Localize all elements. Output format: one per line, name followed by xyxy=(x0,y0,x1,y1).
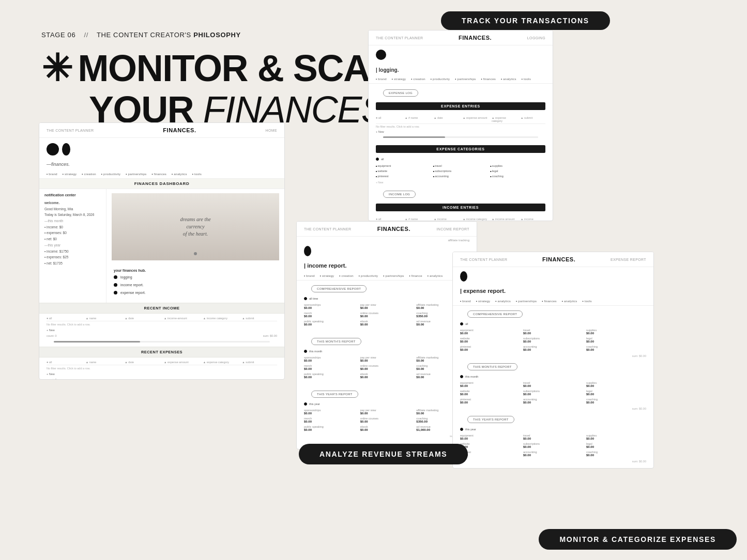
comprehensive-report-btn[interactable]: COMPREHENSIVE REPORT xyxy=(311,285,367,292)
inc-total-row: sum: $350.00 xyxy=(297,328,477,333)
exp-new[interactable]: + New xyxy=(376,129,545,134)
main-dashboard-card: THE CONTENT PLANNER FINANCES. HOME —fina… xyxy=(39,122,285,380)
main-card-logo xyxy=(47,143,277,155)
expense-new-link[interactable]: + New xyxy=(47,371,277,377)
exp-supplies: supplies $0.00 xyxy=(586,329,646,335)
income-logo xyxy=(304,246,311,256)
income-scroll xyxy=(54,341,270,343)
monthly-ebook: ebook $0.00 xyxy=(360,372,414,379)
ie-col-category: ▲ income category xyxy=(463,217,487,221)
inc-entries-header: ● all ▲ # name ▲ income ▲ income categor… xyxy=(376,216,545,221)
expense-footer: count: 0 xyxy=(47,377,277,380)
main-left-panel: notification center welcome. Good Mornin… xyxy=(39,189,106,303)
income-report-title: income report. xyxy=(297,260,477,272)
hub-title: your finances hub. xyxy=(114,269,277,272)
expense-report-title: expense report. xyxy=(453,286,653,297)
income-log-section: INCOME LOG xyxy=(369,185,553,200)
monthly-courses: online courses $0.00 xyxy=(360,364,414,370)
inc-nav-analytics: analytics xyxy=(428,274,443,277)
ie-col-all: ● all xyxy=(376,217,401,221)
cat-legal: legal xyxy=(490,169,545,173)
nav-tools: tools xyxy=(192,173,202,176)
exp-yearly-label: this year xyxy=(465,428,476,431)
exp-nav-brand: brand xyxy=(460,300,471,303)
yearly-ppv: pay per view $0.00 xyxy=(360,409,414,415)
col-submit: ▲ submit xyxy=(242,317,277,320)
nav-productivity: productivity xyxy=(101,173,120,176)
exp-yearly-filter: this year xyxy=(453,427,653,432)
exp-yearly-radio xyxy=(460,428,463,431)
exp-legal: legal $0.00 xyxy=(586,337,646,343)
welcome-text: welcome. Good Morning, Mia Today is Satu… xyxy=(44,200,101,267)
monthly-sponsorships: sponsorships $0.00 xyxy=(304,356,357,362)
monthly-speaking: public speaking $0.00 xyxy=(304,372,357,379)
expense-categories-grid: equipment travel supplies website subscr… xyxy=(369,162,553,180)
this-months-btn[interactable]: THIS MONTH'S REPORT xyxy=(311,338,361,345)
stage-number: STAGE 06 xyxy=(41,31,75,39)
logging-card: THE CONTENT PLANNER FINANCES. LOGGING lo… xyxy=(368,30,553,221)
exp-nav-analytics: analytics xyxy=(495,300,511,303)
exp-col-name: ▲ name xyxy=(86,361,121,364)
logging-title: FINANCES. xyxy=(459,35,492,41)
expense-entries-bar: EXPENSE ENTRIES xyxy=(376,102,545,110)
nav-analytics: analytics xyxy=(172,173,187,176)
inc-nav-creation: creation xyxy=(339,274,354,277)
yearly-ebook: ebook $0.00 xyxy=(360,425,414,431)
exp-col-date: ▲ date xyxy=(125,361,160,364)
ee-col-date: ▲ date xyxy=(434,116,459,122)
exp-coaching: coaching $0.00 xyxy=(586,345,646,351)
track-transactions-pill: TRACK YOUR TRANSACTIONS xyxy=(441,11,610,30)
expense-log-btn[interactable]: EXPENSE LOG xyxy=(383,89,418,97)
exp-entries-header: ● all ▲ # name ▲ date ▲ expense amount ▲… xyxy=(376,115,545,124)
ie-col-income: ▲ income xyxy=(434,217,459,221)
this-years-btn[interactable]: THIS YEAR'S REPORT xyxy=(311,391,358,398)
expense-report-card: THE CONTENT PLANNER FINANCES. EXPENSE RE… xyxy=(452,252,654,469)
income-total: sum: $0.00 xyxy=(263,334,277,337)
log-nav-tools: tools xyxy=(522,77,531,81)
exp-nav-strategy: strategy xyxy=(476,300,491,303)
image-quote: dreams are thecurrencyof the heart. xyxy=(175,211,216,243)
expense-entries-table: ● all ▲ # name ▲ date ▲ expense amount ▲… xyxy=(369,113,553,142)
this-year-filter: this year xyxy=(297,401,477,407)
ee-col-submit: ▲ submit xyxy=(521,116,545,122)
expense-table-header: ● all ▲ name ▲ date ▲ expense amount ▲ e… xyxy=(47,360,277,365)
col-category: ▲ income category xyxy=(203,317,238,320)
exp-col-submit: ▲ submit xyxy=(242,361,277,364)
hub-logging-label: logging xyxy=(120,275,132,279)
income-merch: merch $0.00 xyxy=(304,312,357,318)
income-count: count: 0 xyxy=(47,334,57,337)
hub-logging: logging xyxy=(114,275,277,279)
expense-brand: THE CONTENT PLANNER xyxy=(460,258,507,261)
exp-yearly-btn[interactable]: THIS YEAR'S REPORT xyxy=(467,416,514,423)
nav-creation: creation xyxy=(82,173,96,176)
expense-count: count: 0 xyxy=(47,378,57,380)
notification-center-label: notification center xyxy=(44,193,101,197)
cat-accounting: accounting xyxy=(433,175,489,178)
ie-col-amount: ▲ income amount xyxy=(492,217,516,221)
all-time-label: all time xyxy=(309,297,318,300)
exp-all-filter: all xyxy=(453,321,653,326)
main-card-brand: THE CONTENT PLANNER xyxy=(47,129,94,132)
logging-logo xyxy=(376,50,386,60)
exp-m-website: website $0.00 xyxy=(460,390,520,396)
exp-y-coaching: coaching $0.00 xyxy=(586,450,646,457)
main-card-nav-row: brand strategy creation productivity par… xyxy=(39,170,284,179)
headline-line1: ✳ MONITOR & SCALE xyxy=(41,49,416,88)
image-placeholder: dreams are thecurrencyof the heart. xyxy=(112,193,279,260)
exp-monthly-filter: this month xyxy=(453,374,653,379)
income-yearly-grid: sponsorships $0.00 pay per view $0.00 af… xyxy=(297,407,477,433)
log-nav-partnerships: partnerships xyxy=(455,77,476,81)
exp-scroll xyxy=(383,136,538,138)
col-name: ▲ name xyxy=(86,317,121,320)
income-new-link[interactable]: + New xyxy=(47,328,277,333)
exp-yearly-total: sum: $0.00 xyxy=(453,459,653,464)
exp-comprehensive-btn[interactable]: COMPREHENSIVE REPORT xyxy=(467,310,523,318)
all-time-filter: all time xyxy=(297,296,477,301)
affiliate-label: affiliate tracking xyxy=(448,239,469,242)
cat-coaching: coaching xyxy=(490,175,545,178)
income-log-btn[interactable]: INCOME LOG xyxy=(383,191,416,198)
exp-monthly-btn[interactable]: THIS MONTH'S REPORT xyxy=(467,363,517,370)
hub-dot-3 xyxy=(114,291,117,294)
all-time-radio xyxy=(304,297,307,300)
monthly-total: sum: $0.00 xyxy=(297,381,477,386)
